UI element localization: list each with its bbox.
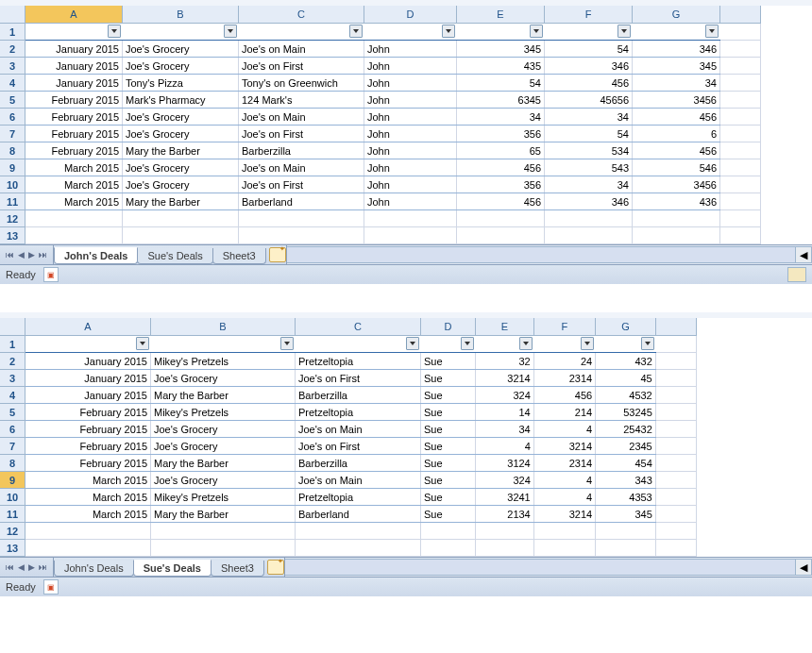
spreadsheet-grid[interactable]: ABCDEFG1MonthAccountSubaccountDeal Manag… — [0, 6, 761, 244]
cell[interactable]: March 2015 — [25, 489, 151, 506]
filter-dropdown-icon[interactable] — [705, 25, 719, 38]
cell[interactable] — [239, 227, 364, 244]
table-header-cell[interactable]: Subaccount — [239, 24, 364, 41]
horizontal-scrollbar[interactable]: ◀ — [286, 245, 812, 264]
cell[interactable]: 124 Mark's — [239, 92, 364, 109]
cell[interactable] — [633, 227, 720, 244]
cell[interactable]: Pretzeltopia — [296, 353, 421, 370]
cell[interactable]: 436 — [633, 193, 720, 210]
row-header[interactable]: 4 — [0, 387, 25, 404]
cell[interactable]: 346 — [633, 41, 720, 58]
cell[interactable]: 2345 — [596, 438, 656, 455]
cell[interactable]: Joe's Grocery — [123, 41, 239, 58]
cell[interactable]: Joe's on Main — [296, 472, 421, 489]
cell[interactable]: Joe's Grocery — [151, 438, 296, 455]
cell[interactable] — [720, 227, 761, 244]
cell[interactable]: Sue — [421, 387, 476, 404]
filter-dropdown-icon[interactable] — [581, 337, 594, 350]
sheet-nav-buttons[interactable]: ⏮ ◀ ▶ ⏭ — [0, 245, 54, 264]
cell[interactable] — [421, 540, 476, 557]
cell[interactable]: 345 — [633, 58, 720, 75]
cell[interactable] — [655, 472, 696, 489]
cell[interactable]: March 2015 — [25, 506, 151, 523]
cell[interactable]: 3214 — [476, 370, 534, 387]
cell[interactable]: Joe's Grocery — [123, 176, 239, 193]
cell[interactable]: 54 — [545, 41, 633, 58]
cell[interactable]: 346 — [545, 193, 633, 210]
filter-dropdown-icon[interactable] — [108, 25, 121, 38]
nav-first-icon[interactable]: ⏮ — [6, 250, 14, 260]
cell[interactable]: Sue — [421, 506, 476, 523]
cell[interactable] — [457, 227, 545, 244]
cell[interactable]: 324 — [476, 472, 534, 489]
cell[interactable]: Joe's on First — [239, 58, 364, 75]
cell[interactable]: Joe's Grocery — [123, 109, 239, 126]
cell[interactable]: Pretzeltopia — [296, 489, 421, 506]
cell[interactable] — [720, 142, 761, 159]
spreadsheet-grid[interactable]: ABCDEFG1MonthAccountSubaccountDeal MPeps… — [0, 318, 697, 557]
cell[interactable]: 4 — [533, 421, 595, 438]
cell[interactable]: 6 — [633, 126, 720, 142]
cell[interactable]: John — [364, 159, 457, 176]
cell[interactable] — [655, 370, 696, 387]
cell[interactable]: January 2015 — [25, 353, 151, 370]
scroll-left-icon[interactable]: ◀ — [795, 246, 812, 263]
cell[interactable] — [545, 227, 633, 244]
cell[interactable] — [25, 523, 151, 540]
row-header[interactable]: 8 — [0, 455, 25, 472]
row-header[interactable]: 9 — [0, 472, 25, 489]
cell[interactable]: 34 — [545, 109, 633, 126]
cell[interactable] — [296, 540, 421, 557]
row-header[interactable]: 7 — [0, 438, 25, 455]
cell[interactable]: Sue — [421, 353, 476, 370]
cell[interactable] — [457, 210, 545, 227]
cell[interactable]: 456 — [633, 142, 720, 159]
row-header[interactable]: 3 — [0, 370, 25, 387]
nav-last-icon[interactable]: ⏭ — [39, 250, 47, 260]
cell[interactable] — [720, 75, 761, 92]
cell[interactable] — [720, 109, 761, 126]
cell[interactable]: Joe's on Main — [296, 421, 421, 438]
cell[interactable]: Barberland — [239, 193, 364, 210]
cell[interactable] — [655, 506, 696, 523]
sheet-tab[interactable]: John's Deals — [54, 561, 134, 577]
cell[interactable]: Mikey's Pretzels — [151, 489, 296, 506]
column-header[interactable]: F — [545, 6, 633, 24]
filter-dropdown-icon[interactable] — [617, 25, 631, 38]
cell[interactable]: March 2015 — [25, 159, 123, 176]
cell[interactable] — [633, 210, 720, 227]
cell[interactable]: 456 — [545, 75, 633, 92]
row-header[interactable]: 5 — [0, 404, 25, 421]
cell[interactable] — [655, 336, 696, 353]
sheet-tab[interactable]: John's Deals — [54, 247, 138, 264]
cell[interactable]: 543 — [545, 159, 633, 176]
cell[interactable]: 34 — [633, 75, 720, 92]
column-header[interactable]: B — [123, 6, 239, 24]
table-header-cell[interactable]: Pepsi Sales — [457, 24, 545, 41]
cell[interactable] — [533, 523, 595, 540]
cell[interactable]: Barberzilla — [296, 387, 421, 404]
new-sheet-button[interactable] — [269, 247, 286, 262]
cell[interactable]: 343 — [596, 472, 656, 489]
cell[interactable]: Mary the Barber — [151, 506, 296, 523]
cell[interactable] — [364, 227, 457, 244]
cell[interactable]: January 2015 — [25, 387, 151, 404]
cell[interactable]: 345 — [596, 506, 656, 523]
cell[interactable]: 4 — [533, 489, 595, 506]
column-header[interactable]: G — [596, 318, 656, 336]
cell[interactable]: 3241 — [476, 489, 534, 506]
cell[interactable]: 34 — [476, 421, 534, 438]
column-header[interactable]: E — [476, 318, 534, 336]
column-header[interactable]: E — [457, 6, 545, 24]
cell[interactable]: 45656 — [545, 92, 633, 109]
cell[interactable]: February 2015 — [25, 92, 123, 109]
filter-dropdown-icon[interactable] — [349, 25, 363, 38]
cell[interactable] — [720, 193, 761, 210]
cell[interactable]: Joe's on Main — [239, 41, 364, 58]
cell[interactable]: Mikey's Pretzels — [151, 404, 296, 421]
table-header-cell[interactable]: Deal Manager — [364, 24, 457, 41]
cell[interactable]: March 2015 — [25, 472, 151, 489]
cell[interactable]: 2314 — [533, 370, 595, 387]
cell[interactable]: Barberzilla — [239, 142, 364, 159]
cell[interactable]: Joe's Grocery — [123, 58, 239, 75]
